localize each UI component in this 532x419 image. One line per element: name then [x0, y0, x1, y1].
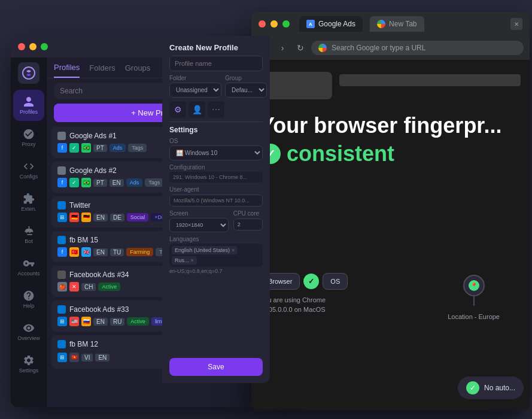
check-icon: ✓ — [69, 178, 79, 187]
chrome-refresh-button[interactable]: ↻ — [293, 41, 308, 55]
lang-remove-rus[interactable]: × — [191, 257, 194, 263]
folder-col: Folder Unassigned — [169, 75, 221, 98]
chrome-new-tab-label: New Tab — [389, 20, 417, 28]
sidebar-item-profiles[interactable]: Profiles — [13, 90, 44, 121]
os-select[interactable]: 🪟 Windows 10 — [169, 145, 263, 160]
chrome-forward-button[interactable]: › — [275, 41, 290, 55]
save-button[interactable]: Save — [169, 358, 263, 376]
profile-name-input[interactable] — [169, 56, 263, 71]
check-icon: ✓ — [69, 143, 79, 153]
apple-icon: 🍎 — [57, 282, 67, 292]
location-section: 📍 Location - Europe — [448, 275, 500, 320]
tags-badge: Tags — [145, 178, 163, 187]
lang-badge: PT — [93, 179, 107, 187]
no-auto-label: No auto... — [484, 384, 515, 392]
chrome-window: A Google Ads New Tab ✕ ‹ › ↻ Search Goog… — [251, 12, 530, 410]
profile-os-icon — [57, 271, 66, 279]
sidebar-item-configs[interactable]: Configs — [13, 154, 44, 186]
cpu-input[interactable] — [233, 218, 263, 230]
diagram-nodes: Browser ✓ OS — [260, 273, 348, 290]
location-inner: 📍 — [469, 280, 479, 291]
fp-consistent-row: ✓ consistent — [260, 141, 524, 166]
lang-badge: DE — [110, 214, 124, 221]
address-bar[interactable]: Search Google or type a URL — [311, 41, 524, 55]
chrome-minimize[interactable] — [270, 20, 278, 28]
lang-badge: EN — [93, 214, 108, 221]
create-panel: Create New Profile Folder Unassigned Gro… — [162, 36, 270, 383]
profile-os-icon — [57, 340, 66, 348]
screen-section: Screen 1920×1840 CPU core — [169, 210, 263, 232]
group-label: Group — [225, 75, 267, 81]
placeholder-rect-1 — [260, 72, 332, 99]
google-icon — [377, 20, 385, 28]
sidebar-item-accounts[interactable]: Accounts — [13, 251, 44, 283]
fb-icon: f — [57, 178, 67, 187]
profile-badges: ⊞ 🇻🇳 VI EN — [57, 353, 110, 362]
chrome-maximize[interactable] — [282, 20, 290, 28]
tab-folders[interactable]: Folders — [89, 63, 115, 77]
chrome-tab-close[interactable]: ✕ — [510, 18, 522, 30]
settings-label: Settings — [169, 126, 263, 134]
close-button[interactable] — [18, 43, 25, 50]
profile-name: Facebook Ads #33 — [57, 305, 129, 314]
location-label: Location - Europe — [448, 313, 500, 320]
lang-badge: RU — [110, 318, 124, 326]
sidebar-item-exten[interactable]: Exten. — [13, 187, 44, 218]
maximize-button[interactable] — [41, 43, 48, 50]
profile-badges: ⊞ 🇩🇪 🇩🇪 EN DE Social +Discord — [57, 212, 180, 222]
browser-label: You are using Chromev.105.0.0.0 on MacOS — [260, 296, 348, 314]
folder-select[interactable]: Unassigned — [169, 83, 221, 98]
sidebar-item-proxy[interactable]: Proxy — [13, 122, 44, 153]
profile-os-icon — [57, 201, 66, 210]
tab-profiles[interactable]: Profiles — [54, 63, 80, 78]
profile-name: Google Ads #1 — [57, 132, 117, 140]
profile-badges: f ✓ 🇧🇷 PT Ads Tags — [57, 143, 147, 153]
sidebar-item-help[interactable]: Help — [13, 284, 44, 315]
os-section: OS 🪟 Windows 10 — [169, 138, 263, 160]
chrome-tab-label: Google Ads — [318, 20, 355, 28]
top-placeholder-row — [260, 72, 521, 99]
more-tab-icon[interactable]: ⋯ — [208, 101, 224, 118]
profile-name: Google Ads #2 — [57, 166, 117, 175]
sidebar-item-bot[interactable]: Bot — [13, 219, 44, 250]
win-icon: ⊞ — [57, 317, 67, 326]
group-select[interactable]: Defau... — [225, 83, 267, 98]
chrome-tab-google-ads[interactable]: A Google Ads — [299, 16, 363, 32]
placeholder-rect-2 — [339, 74, 521, 86]
sidebar-item-overview[interactable]: Overview — [13, 316, 44, 347]
user-tab-icon[interactable]: 👤 — [189, 101, 205, 118]
screen-select[interactable]: 1920×1840 — [169, 218, 229, 232]
useragent-section: User-agent — [169, 186, 263, 207]
lang-remove-english[interactable]: × — [232, 247, 235, 253]
profile-os-icon — [57, 166, 66, 175]
screen-label: Screen — [169, 210, 229, 217]
lang-badge: EN — [95, 354, 110, 362]
no-auto-section: ✓ No auto... — [458, 377, 524, 399]
useragent-input[interactable] — [169, 195, 263, 207]
fp-consistent-label: consistent — [287, 141, 394, 166]
sidebar-item-settings[interactable]: Settings — [13, 348, 44, 379]
settings-tab-icon[interactable]: ⚙ — [169, 101, 186, 118]
chrome-new-tab[interactable]: New Tab — [370, 16, 424, 32]
chrome-content: Your browser fingerpr... ✓ consistent Br… — [251, 60, 530, 410]
minimize-button[interactable] — [29, 43, 37, 50]
sidebar-exten-label: Exten. — [21, 206, 37, 212]
group-col: Group Defau... — [225, 75, 267, 98]
profile-name: fb BM 12 — [57, 340, 98, 348]
sidebar-settings-label: Settings — [19, 368, 39, 374]
lang-badge: EN — [93, 318, 108, 326]
no-auto-check: ✓ — [466, 381, 479, 394]
google-ads-tab-icon: A — [306, 20, 315, 28]
create-panel-title: Create New Profile — [169, 43, 263, 52]
fingerprint-section: Your browser fingerpr... ✓ consistent — [260, 114, 524, 166]
tab-groups[interactable]: Groups — [125, 63, 151, 77]
pin-stem — [473, 296, 475, 306]
active-badge: Active — [127, 317, 149, 326]
profile-os-icon — [57, 305, 66, 314]
profile-os-icon — [57, 132, 66, 140]
lang-badge: EN — [93, 248, 108, 256]
useragent-label: User-agent — [169, 186, 263, 193]
flag2-icon: 🇷🇺 — [81, 317, 91, 326]
location-pin: 📍 — [459, 275, 489, 311]
chrome-close[interactable] — [259, 20, 266, 28]
